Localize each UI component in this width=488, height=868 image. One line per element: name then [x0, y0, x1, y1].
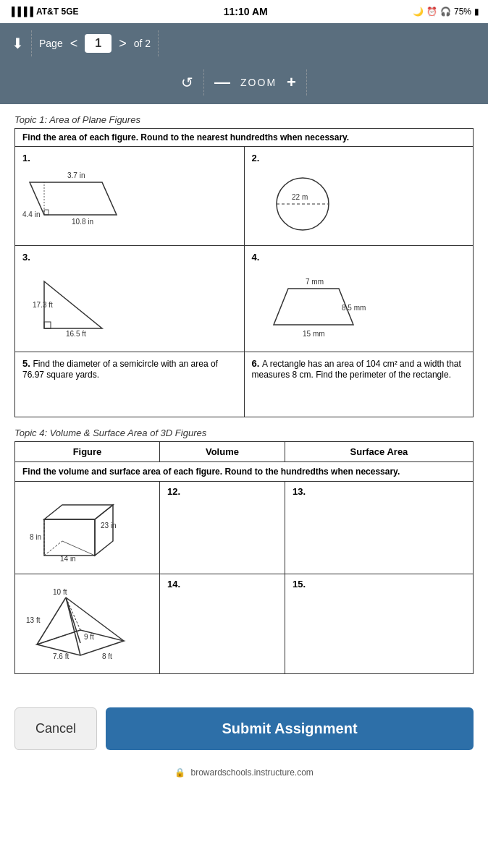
divider1 [31, 30, 32, 56]
svg-line-30 [37, 597, 66, 644]
problem-5-num: 5. [22, 358, 33, 369]
svg-text:10 ft: 10 ft [53, 588, 67, 596]
svg-text:22 m: 22 m [292, 193, 308, 201]
zoom-minus-button[interactable]: — [214, 73, 230, 92]
volume-12-cell: 12. [160, 482, 285, 574]
svg-rect-5 [44, 210, 49, 215]
table-row: 23 in 14 in 8 in 12. 13. [15, 482, 474, 574]
figure-pyramid-cell: 10 ft 13 ft 7.6 ft 8 ft 9 ft [15, 574, 160, 674]
svg-line-22 [62, 541, 95, 556]
svg-text:10.8 in: 10.8 in [72, 218, 93, 226]
figure-prism-cell: 23 in 14 in 8 in [15, 482, 160, 574]
svg-text:15 mm: 15 mm [303, 330, 325, 338]
sa-13-cell: 13. [285, 482, 473, 574]
page-prev-button[interactable]: < [67, 35, 81, 53]
problem-4-num: 4. [252, 252, 466, 263]
problem-15-num: 15. [293, 579, 466, 590]
page-navigation: Page < 1 > of 2 [39, 34, 151, 53]
battery-label: 75% [454, 7, 471, 17]
page-next-button[interactable]: > [116, 35, 130, 53]
topic1-instruction: Find the area of each figure. Round to t… [15, 129, 474, 147]
svg-text:14 in: 14 in [60, 555, 76, 563]
col-volume: Volume [160, 442, 285, 462]
download-button[interactable]: ⬇ [12, 35, 24, 52]
triangle-svg: 17.3 ft 16.5 ft [22, 267, 138, 339]
problem-12-num: 12. [167, 486, 277, 497]
lock-icon: 🔒 [174, 767, 185, 778]
svg-text:17.3 ft: 17.3 ft [33, 301, 53, 309]
sa-15-cell: 15. [285, 574, 473, 674]
circle-svg: 22 m [252, 168, 353, 233]
problem-6-cell: 6. A rectangle has an area of 104 cm² an… [244, 352, 474, 417]
alarm-icon: ⏰ [426, 7, 437, 17]
svg-line-21 [44, 541, 62, 556]
svg-text:8.5 mm: 8.5 mm [342, 304, 366, 312]
zoom-reset-button[interactable]: ↺ [181, 74, 193, 91]
pyramid-shape: 10 ft 13 ft 7.6 ft 8 ft 9 ft [22, 583, 152, 665]
zoom-plus-button[interactable]: + [287, 73, 296, 92]
page-number[interactable]: 1 [85, 34, 112, 53]
problem-4-cell: 4. 7 mm 8.5 mm 15 mm [244, 246, 474, 352]
cancel-button[interactable]: Cancel [14, 707, 97, 750]
topic4-table: Figure Volume Surface Area Find the volu… [14, 441, 474, 674]
topic4-instruction: Find the volume and surface area of each… [15, 462, 474, 482]
volume-14-cell: 14. [160, 574, 285, 674]
svg-text:7.6 ft: 7.6 ft [53, 652, 69, 660]
content-area: Topic 1: Area of Plane Figures Find the … [0, 104, 488, 696]
table-row: 5. Find the diameter of a semicircle wit… [15, 352, 474, 417]
divider3 [203, 69, 204, 95]
topic4-title: Topic 4: Volume & Surface Area of 3D Fig… [14, 427, 474, 438]
submit-assignment-button[interactable]: Submit Assignment [106, 707, 474, 750]
col-surface: Surface Area [285, 442, 473, 462]
problem-1-num: 1. [22, 153, 237, 163]
problem-5-cell: 5. Find the diameter of a semicircle wit… [15, 352, 245, 417]
carrier-label: AT&T 5GE [36, 7, 78, 17]
table-row: 3. 17.3 ft 16.5 ft 4. [15, 246, 474, 352]
prism-svg: 23 in 14 in 8 in [22, 490, 138, 563]
divider4 [306, 69, 307, 95]
svg-text:4.4 in: 4.4 in [22, 210, 40, 218]
svg-text:23 in: 23 in [101, 522, 117, 529]
table-row: 1. 3.7 in 10.8 in 4.4 in [15, 147, 474, 246]
svg-text:8 ft: 8 ft [102, 652, 112, 660]
topic1-title: Topic 1: Area of Plane Figures [14, 114, 474, 125]
topic1-header: Find the area of each figure. Round to t… [15, 129, 474, 147]
topic4-header: Figure Volume Surface Area [15, 442, 474, 462]
svg-text:9 ft: 9 ft [84, 633, 94, 641]
time-display: 11:10 AM [224, 6, 268, 17]
topic1-table: Find the area of each figure. Round to t… [14, 128, 474, 417]
battery-icon: ▮ [474, 7, 479, 17]
svg-marker-0 [30, 182, 117, 215]
bottom-buttons: Cancel Submit Assignment [0, 696, 488, 762]
problem-4-shape: 7 mm 8.5 mm 15 mm [252, 267, 466, 341]
problem-1-cell: 1. 3.7 in 10.8 in 4.4 in [15, 147, 245, 246]
footer: 🔒 browardschools.instructure.com [0, 762, 488, 783]
problem-3-shape: 17.3 ft 16.5 ft [22, 267, 237, 341]
svg-text:16.5 ft: 16.5 ft [66, 330, 86, 338]
svg-rect-10 [44, 322, 51, 328]
svg-text:7 mm: 7 mm [306, 278, 324, 286]
footer-url: browardschools.instructure.com [190, 767, 313, 778]
problem-3-num: 3. [22, 252, 237, 263]
trapezoid-svg: 7 mm 8.5 mm 15 mm [252, 267, 368, 339]
page-label: Page [39, 38, 63, 49]
table-row: 10 ft 13 ft 7.6 ft 8 ft 9 ft 14. 15. [15, 574, 474, 674]
signal-icon: ▐▐▐▐ [9, 7, 33, 17]
carrier-info: ▐▐▐▐ AT&T 5GE [9, 7, 78, 17]
problem-6-text: A rectangle has an area of 104 cm² and a… [252, 359, 461, 380]
problem-3-cell: 3. 17.3 ft 16.5 ft [15, 246, 245, 352]
problem-2-shape: 22 m [252, 168, 466, 235]
svg-rect-17 [44, 519, 95, 556]
svg-marker-9 [44, 281, 102, 328]
svg-text:13 ft: 13 ft [26, 616, 41, 624]
svg-text:8 in: 8 in [30, 533, 41, 541]
battery-info: 🌙 ⏰ 🎧 75% ▮ [413, 7, 479, 17]
problem-14-num: 14. [167, 579, 277, 590]
divider2 [158, 30, 159, 56]
problem-2-num: 2. [252, 153, 466, 163]
prism-shape: 23 in 14 in 8 in [22, 490, 152, 565]
col-figure: Figure [15, 442, 160, 462]
page-total: of 2 [134, 38, 151, 49]
zoom-toolbar: ↺ — ZOOM + [0, 64, 488, 104]
pyramid-svg: 10 ft 13 ft 7.6 ft 8 ft 9 ft [22, 583, 138, 663]
